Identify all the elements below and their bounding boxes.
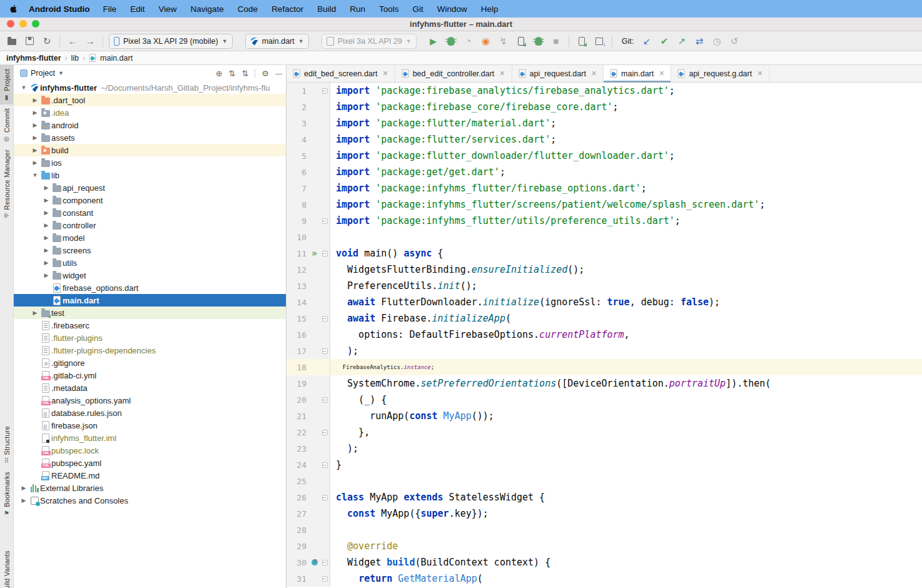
editor-tab-bed-edit-controller-dart[interactable]: bed_edit_controller.dart✕	[395, 65, 512, 82]
tree-item-build[interactable]: ▶build	[14, 144, 286, 156]
tree-item-test[interactable]: ▶test	[14, 307, 286, 319]
settings-icon[interactable]: ⚙	[261, 69, 269, 78]
tree-item--metadata[interactable]: .metadata	[14, 382, 286, 394]
chevron-right-icon[interactable]: ▶	[30, 134, 40, 141]
menu-item-edit[interactable]: Edit	[123, 4, 151, 14]
menu-item-window[interactable]: Window	[430, 4, 474, 14]
menu-item-navigate[interactable]: Navigate	[184, 4, 231, 14]
tree-item-utils[interactable]: ▶utils	[14, 256, 286, 269]
tree-item-controller[interactable]: ▶controller	[14, 219, 286, 231]
editor-tab-api-request-dart[interactable]: api_request.dart✕	[512, 65, 604, 82]
fold-marker-icon[interactable]: −	[320, 554, 330, 570]
code-line-24[interactable]: 24−}	[286, 457, 922, 473]
profiler-icon[interactable]: ◉	[479, 34, 493, 48]
tree-item-widget[interactable]: ▶widget	[14, 269, 286, 281]
fold-marker-icon[interactable]: −	[320, 489, 330, 505]
close-window-button[interactable]	[7, 20, 14, 28]
forward-icon[interactable]: →	[83, 34, 97, 48]
code-line-28[interactable]: 28	[286, 522, 922, 538]
code-line-25[interactable]: 25	[286, 473, 922, 489]
locate-icon[interactable]: ⊕	[216, 69, 223, 78]
tree-item-external-libraries[interactable]: ▶External Libraries	[14, 482, 286, 494]
chevron-right-icon[interactable]: ▶	[41, 197, 51, 203]
git-history-icon[interactable]: ◷	[710, 34, 724, 48]
project-panel-title[interactable]: Project	[31, 69, 55, 78]
code-line-21[interactable]: 21 runApp(const MyApp());	[286, 408, 922, 424]
chevron-right-icon[interactable]: ▶	[41, 185, 51, 191]
chevron-right-icon[interactable]: ▶	[30, 109, 40, 116]
tool-window-button-structure[interactable]: Structure⠿	[0, 422, 13, 468]
tree-item-scratches-and-consoles[interactable]: ▶Scratches and Consoles	[14, 494, 286, 507]
menu-item-run[interactable]: Run	[343, 4, 372, 14]
git-push-icon[interactable]: ↗	[675, 34, 689, 48]
debug-button[interactable]	[444, 34, 458, 48]
code-line-29[interactable]: 29 @override	[286, 538, 922, 554]
code-line-8[interactable]: 8import 'package:infyhms_flutter/screens…	[286, 196, 922, 213]
save-all-icon[interactable]	[23, 34, 36, 48]
zoom-window-button[interactable]	[32, 20, 39, 28]
menu-item-file[interactable]: File	[96, 4, 123, 14]
breadcrumb-item[interactable]: infyhms-flutter	[6, 54, 61, 63]
chevron-right-icon[interactable]: ▶	[30, 122, 40, 128]
close-tab-icon[interactable]: ✕	[499, 69, 505, 78]
sync-icon[interactable]: ↻	[40, 34, 54, 48]
hide-panel-icon[interactable]: —	[275, 69, 282, 77]
chevron-right-icon[interactable]: ▶	[30, 160, 40, 166]
git-fetch-icon[interactable]: ⇄	[692, 34, 706, 48]
close-tab-icon[interactable]: ✕	[591, 69, 597, 78]
stop-button[interactable]: ■	[549, 34, 563, 48]
chevron-right-icon[interactable]: ▶	[41, 235, 51, 241]
code-editor[interactable]: 1−import 'package:firebase_analytics/fir…	[286, 83, 922, 588]
chevron-right-icon[interactable]: ▶	[30, 97, 40, 103]
tree-item-firebase-json[interactable]: firebase.json	[14, 419, 286, 432]
code-line-19[interactable]: 19 SystemChrome.setPreferredOrientations…	[286, 375, 922, 392]
tree-item-readme-md[interactable]: MDREADME.md	[14, 469, 286, 482]
menu-item-tools[interactable]: Tools	[372, 4, 406, 14]
code-line-10[interactable]: 10	[286, 229, 922, 245]
override-gutter-icon[interactable]	[309, 554, 320, 570]
tree-item-pubspec-lock[interactable]: YMLpubspec.lock	[14, 444, 286, 457]
tree-item-model[interactable]: ▶model	[14, 231, 286, 244]
tool-window-button-resource-manager[interactable]: Resource Manager⊪	[0, 146, 13, 223]
code-line-12[interactable]: 12 WidgetsFlutterBinding.ensureInitializ…	[286, 261, 922, 278]
chevron-right-icon[interactable]: ▶	[30, 147, 40, 153]
chevron-down-icon[interactable]: ▼	[19, 84, 29, 91]
tree-item-component[interactable]: ▶component	[14, 194, 286, 206]
code-line-20[interactable]: 20− (_) {	[286, 392, 922, 408]
fold-marker-icon[interactable]: −	[320, 83, 330, 99]
code-line-13[interactable]: 13 PreferenceUtils.init();	[286, 278, 922, 294]
menu-item-code[interactable]: Code	[231, 4, 265, 14]
fold-marker-icon[interactable]: −	[320, 424, 330, 440]
tree-item-infyhms-flutter-iml[interactable]: infyhms_flutter.iml	[14, 432, 286, 444]
tree-item--firebaserc[interactable]: .firebaserc	[14, 319, 286, 332]
tree-item-screens[interactable]: ▶screens	[14, 244, 286, 256]
fold-marker-icon[interactable]: −	[320, 343, 330, 359]
editor-tab-api-request-g-dart[interactable]: api_request.g.dart✕	[671, 65, 769, 82]
code-line-4[interactable]: 4import 'package:flutter/services.dart';	[286, 131, 922, 148]
minimize-window-button[interactable]	[19, 20, 27, 28]
fold-marker-icon[interactable]: −	[320, 457, 330, 473]
code-line-16[interactable]: 16 options: DefaultFirebaseOptions.curre…	[286, 327, 922, 343]
chevron-right-icon[interactable]: ▶	[41, 260, 51, 266]
fold-marker-icon[interactable]: −	[320, 213, 330, 229]
tree-item-firebase-options-dart[interactable]: firebase_options.dart	[14, 281, 286, 294]
back-icon[interactable]: ←	[66, 34, 79, 48]
target-device-dropdown[interactable]: Pixel 3a XL API 29 ▼	[322, 34, 417, 49]
expand-all-icon[interactable]: ⇅	[229, 69, 236, 78]
menu-app-name[interactable]: Android Studio	[29, 4, 89, 14]
tree-item-infyhms-flutter[interactable]: ▼infyhms-flutter~/Documents/Harsh_Gitlab…	[14, 81, 286, 94]
tree-item-ios[interactable]: ▶ios	[14, 156, 286, 169]
menu-item-git[interactable]: Git	[405, 4, 430, 14]
chevron-right-icon[interactable]: ▶	[41, 210, 51, 216]
code-line-27[interactable]: 27 const MyApp({super.key});	[286, 505, 922, 522]
tool-window-button-commit[interactable]: Commit◎	[0, 104, 13, 146]
menu-item-build[interactable]: Build	[310, 4, 343, 14]
chevron-right-icon[interactable]: ▶	[30, 310, 40, 316]
tree-item-main-dart[interactable]: main.dart	[14, 294, 286, 307]
git-commit-icon[interactable]: ✔	[657, 34, 671, 48]
flutter-attach-icon[interactable]	[532, 34, 545, 48]
git-update-icon[interactable]: ↙	[640, 34, 654, 48]
breadcrumb-item[interactable]: lib	[71, 54, 79, 63]
code-line-1[interactable]: 1−import 'package:firebase_analytics/fir…	[286, 83, 922, 99]
code-line-7[interactable]: 7import 'package:infyhms_flutter/firebas…	[286, 180, 922, 196]
